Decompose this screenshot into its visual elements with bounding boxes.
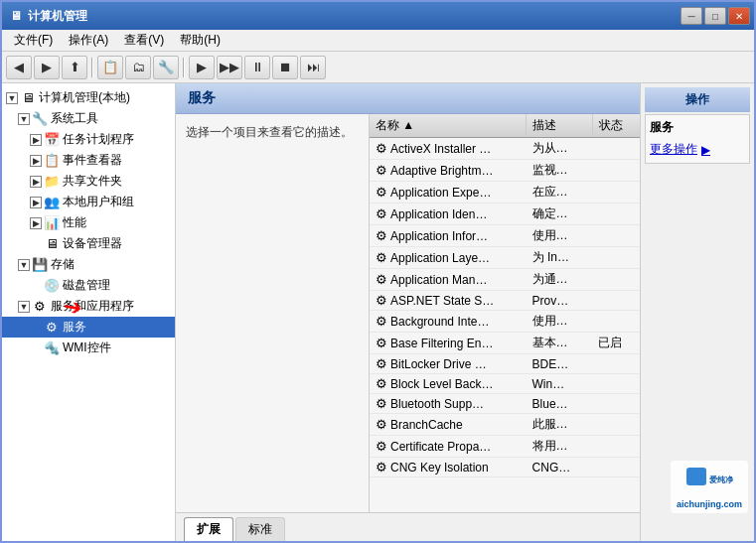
folder-button[interactable]: 🗂	[125, 56, 151, 79]
service-status	[592, 436, 640, 458]
expand-storage[interactable]: ▼	[18, 259, 30, 271]
services-title: 服务	[188, 89, 216, 105]
table-row[interactable]: ⚙Adaptive Brightm… 监视…	[370, 160, 640, 182]
service-status	[592, 291, 640, 311]
minimize-button[interactable]: ─	[680, 7, 702, 25]
window-icon: 🖥	[10, 9, 22, 23]
tree-item-shared-folders[interactable]: ▶ 📁 共享文件夹	[2, 171, 175, 192]
col-desc[interactable]: 描述	[527, 114, 593, 138]
pause-button[interactable]: ⏸	[244, 56, 270, 79]
stop-button[interactable]: ⏹	[272, 56, 298, 79]
services-icon: ⚙	[44, 320, 60, 336]
table-row[interactable]: ⚙Application Infor… 使用…	[370, 225, 640, 247]
service-desc: 监视…	[527, 160, 593, 182]
service-icon: ⚙	[376, 141, 387, 156]
service-desc: Win…	[527, 374, 593, 394]
tree-item-services[interactable]: ⚙ 服务	[2, 317, 175, 338]
tree-label-storage: 存储	[51, 256, 75, 273]
show-hide-button[interactable]: 📋	[97, 56, 123, 79]
tree-panel: ▼ 🖥 计算机管理(本地) ▼ 🔧 系统工具 ▶ 📅 任务计划程序 ▶ 📋 事件…	[2, 83, 176, 541]
maximize-button[interactable]: □	[704, 7, 726, 25]
table-row[interactable]: ⚙Block Level Back… Win…	[370, 374, 640, 394]
service-name: ⚙Application Laye…	[370, 247, 527, 269]
col-status[interactable]: 状态	[592, 114, 640, 138]
device-manager-icon: 🖥	[44, 236, 60, 252]
col-name[interactable]: 名称 ▲	[370, 114, 527, 138]
close-button[interactable]: ✕	[728, 7, 750, 25]
tree-item-disk-mgmt[interactable]: 💿 磁盘管理	[2, 275, 175, 296]
table-row[interactable]: ⚙Application Laye… 为 In…	[370, 247, 640, 269]
tree-item-storage[interactable]: ▼ 💾 存储	[2, 254, 175, 275]
tree-item-local-users[interactable]: ▶ 👥 本地用户和组	[2, 192, 175, 212]
expand-svc-apps[interactable]: ▼	[18, 301, 30, 313]
forward-button[interactable]: ▶	[34, 56, 60, 79]
tree-label-performance: 性能	[63, 214, 86, 231]
service-icon: ⚙	[376, 293, 387, 308]
ops-section-label: 服务	[650, 119, 745, 136]
tree-item-system-tools[interactable]: ▼ 🔧 系统工具	[2, 108, 175, 129]
service-status	[592, 311, 640, 333]
service-name: ⚙Base Filtering En…	[370, 333, 527, 354]
service-icon: ⚙	[376, 439, 387, 454]
local-users-icon: 👥	[44, 195, 60, 210]
table-row[interactable]: ⚙CNG Key Isolation CNG…	[370, 458, 640, 477]
table-row[interactable]: ⚙Application Expe… 在应…	[370, 182, 640, 204]
expand-performance[interactable]: ▶	[30, 217, 42, 229]
watermark: 爱纯净 aichunjing.com	[671, 461, 748, 513]
table-row[interactable]: ⚙BranchCache 此服…	[370, 414, 640, 436]
service-status	[592, 458, 640, 477]
service-status	[592, 225, 640, 247]
service-desc: 将用…	[527, 436, 593, 458]
expand-shared[interactable]: ▶	[30, 176, 42, 188]
ops-more-actions[interactable]: 更多操作 ▶	[650, 140, 745, 159]
menu-action[interactable]: 操作(A)	[61, 30, 116, 51]
play-all-button[interactable]: ▶▶	[217, 56, 242, 79]
expand-event[interactable]: ▶	[30, 155, 42, 167]
tree-item-event-viewer[interactable]: ▶ 📋 事件查看器	[2, 150, 175, 171]
table-row[interactable]: ⚙ActiveX Installer … 为从…	[370, 138, 640, 160]
service-name: ⚙Block Level Back…	[370, 374, 527, 394]
wmi-icon: 🔩	[44, 340, 60, 356]
table-row[interactable]: ⚙Certificate Propa… 将用…	[370, 436, 640, 458]
tree-label-wmi: WMI控件	[63, 339, 111, 356]
table-row[interactable]: ⚙Background Inte… 使用…	[370, 311, 640, 333]
tree-item-performance[interactable]: ▶ 📊 性能	[2, 212, 175, 233]
tree-item-root[interactable]: ▼ 🖥 计算机管理(本地)	[2, 87, 175, 108]
expand-local[interactable]: ▶	[30, 197, 42, 208]
menu-view[interactable]: 查看(V)	[116, 30, 172, 51]
properties-button[interactable]: 🔧	[153, 56, 179, 79]
up-button[interactable]: ⬆	[62, 56, 87, 79]
expand-system[interactable]: ▼	[18, 113, 30, 125]
table-row[interactable]: ⚙Bluetooth Supp… Blue…	[370, 394, 640, 414]
tree-label-task: 任务计划程序	[63, 131, 134, 148]
table-row[interactable]: ⚙BitLocker Drive … BDE…	[370, 354, 640, 374]
restart-button[interactable]: ⏭	[300, 56, 326, 79]
tree-label-disk: 磁盘管理	[63, 277, 110, 294]
service-name: ⚙Application Iden…	[370, 204, 527, 225]
service-name: ⚙CNG Key Isolation	[370, 458, 527, 477]
service-status	[592, 269, 640, 291]
play-button[interactable]: ▶	[189, 56, 215, 79]
tree-item-device-manager[interactable]: 🖥 设备管理器	[2, 233, 175, 254]
service-name: ⚙BitLocker Drive …	[370, 354, 527, 374]
tree-item-wmi[interactable]: 🔩 WMI控件	[2, 338, 175, 358]
tree-label-event: 事件查看器	[63, 152, 122, 169]
table-row[interactable]: ⚙Base Filtering En… 基本… 已启	[370, 333, 640, 354]
toolbar-sep-1	[91, 58, 93, 77]
menu-help[interactable]: 帮助(H)	[172, 30, 228, 51]
table-row[interactable]: ⚙Application Man… 为通…	[370, 269, 640, 291]
tab-standard[interactable]: 标准	[235, 517, 285, 541]
table-row[interactable]: ⚙Application Iden… 确定…	[370, 204, 640, 225]
tree-item-task-scheduler[interactable]: ▶ 📅 任务计划程序	[2, 129, 175, 150]
tab-extend[interactable]: 扩展	[184, 517, 233, 541]
menu-file[interactable]: 文件(F)	[6, 30, 61, 51]
back-button[interactable]: ◀	[6, 56, 32, 79]
expand-task[interactable]: ▶	[30, 134, 42, 146]
service-icon: ⚙	[376, 163, 387, 178]
service-icon: ⚙	[376, 206, 387, 221]
description-panel: 选择一个项目来查看它的描述。	[176, 114, 370, 512]
expand-root[interactable]: ▼	[6, 92, 18, 104]
services-table-wrapper[interactable]: 名称 ▲ 描述 状态 ⚙ActiveX Installer … 为从…	[370, 114, 640, 512]
tree-item-services-apps[interactable]: ▼ ⚙ 服务和应用程序	[2, 296, 175, 317]
table-row[interactable]: ⚙ASP.NET State S… Prov…	[370, 291, 640, 311]
